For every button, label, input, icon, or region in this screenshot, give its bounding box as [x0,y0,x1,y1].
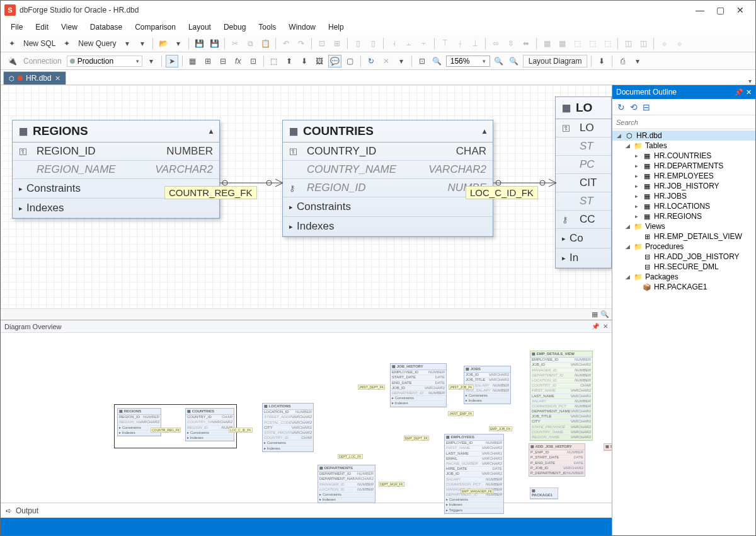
pin-icon[interactable]: 📌 [735,88,743,96]
open-icon[interactable]: 📂 [157,37,169,50]
column-row[interactable]: ⚿REGION_IDNUMBER [13,143,219,161]
dropdown-icon[interactable]: ▾ [121,37,134,50]
proc-icon[interactable]: ⊡ [247,55,260,67]
fit-icon[interactable]: ⊡ [416,55,428,67]
new-sql-button[interactable]: New SQL [21,37,58,50]
tree-views[interactable]: ◢📁Views [612,221,755,231]
tree-table-item[interactable]: ▸▦HR.LOCATIONS [612,201,755,211]
dropdown-icon[interactable]: ▾ [172,37,185,50]
image-icon[interactable]: 🖼 [313,55,326,67]
mini-countries[interactable]: ▦ COUNTRIESCOUNTRY_IDCHARCOUNTRY_NAMEVAR… [185,408,234,441]
save-icon[interactable]: 💾 [193,37,205,50]
tree-table-item[interactable]: ▸▦HR.EMPLOYEES [612,171,755,181]
tree-proc-item[interactable]: ⊟HR.SECURE_DML [612,262,755,272]
align-middle-icon[interactable]: ⟊ [454,37,466,50]
tree-table-item[interactable]: ▸▦HR.JOBS [612,191,755,201]
diagram-canvas[interactable]: ▦ REGIONS ▴ ⚿REGION_IDNUMBERREGION_NAMEV… [1,85,612,320]
indexes-section[interactable]: ▸Indexes [13,199,219,218]
menu-help[interactable]: Help [323,21,349,33]
pointer-icon[interactable]: ➤ [166,55,178,67]
tree-procedures[interactable]: ◢📁Procedures [612,242,755,252]
new-query-button[interactable]: New Query [76,37,118,50]
minimize-button[interactable]: — [694,5,706,15]
ungroup-icon[interactable]: ◫ [637,37,650,50]
refresh-icon[interactable]: ↻ [365,55,377,67]
menu-tools[interactable]: Tools [253,21,281,33]
link-icon[interactable]: ⟐ [658,37,670,50]
fx-icon[interactable]: fx [232,55,244,67]
mini-secure[interactable]: ▦ SECURE_DML [604,443,612,451]
collapse-icon[interactable]: ▴ [209,127,213,136]
close-icon[interactable]: ✕ [746,88,752,96]
spacing-icon[interactable]: ⬚ [586,37,598,50]
zoom-combo[interactable]: 156% ▾ [446,55,490,67]
align-center-icon[interactable]: ⫠ [403,37,415,50]
mini-add_job[interactable]: ▦ ADD_JOB_HISTORYP_EMP_IDNUMBERP_START_D… [529,443,585,477]
new-sql-icon[interactable]: ✦ [6,37,18,50]
menu-debug[interactable]: Debug [219,21,251,33]
zoom-in-icon[interactable]: 🔍 [493,55,505,67]
tab-close-icon[interactable]: ✕ [55,74,60,83]
fk-label-loc-c-id[interactable]: LOC_C_ID_FK [466,186,538,199]
mini-departments[interactable]: ▦ DEPARTMENTSDEPARTMENT_IDNUMBERDEPARTME… [318,465,375,503]
menu-window[interactable]: Window [284,21,321,33]
column-row[interactable]: COUNTRY_NAMEVARCHAR2 [283,161,493,179]
mini-emp_details[interactable]: ▦ EMP_DETAILS_VIEWEMPLOYEE_IDNUMBERJOB_I… [530,351,593,441]
column-row[interactable]: ⚷REGION_IDNUMBE [283,179,493,197]
tree-root[interactable]: ◢⬡HR.dbd [612,131,755,141]
grid-icon[interactable]: ▦ [556,37,568,50]
snap-icon[interactable]: ▦ [541,37,553,50]
bring-front-icon[interactable]: ▯ [367,37,379,50]
tool-icon[interactable]: ⊞ [331,37,343,50]
zoom-tool-icon[interactable]: 🔍 [600,310,609,318]
tree-packages[interactable]: ◢📁Packages [612,272,755,282]
outline-search-input[interactable] [612,117,755,127]
find-icon[interactable]: ⊡ [316,37,328,50]
menu-layout[interactable]: Layout [183,21,216,33]
unlink-icon[interactable]: ⟐ [673,37,685,50]
paste-icon[interactable]: 📋 [259,37,272,50]
layout-diagram-button[interactable]: Layout Diagram [523,55,588,67]
refresh-icon[interactable]: ↻ [617,102,625,112]
menu-file[interactable]: File [6,21,28,33]
menu-database[interactable]: Database [85,21,127,33]
entity-locations[interactable]: ▦LO ⚿LO ST PC CIT ST ⚷CC ▸Co ▸In [555,96,612,269]
note-icon[interactable]: 💬 [328,55,341,67]
undo-icon[interactable]: ↶ [280,37,292,50]
distribute-h-icon[interactable]: ⬄ [490,37,502,50]
menu-edit[interactable]: Edit [30,21,54,33]
table-icon[interactable]: ⊞ [202,55,214,67]
dropdown-icon[interactable]: ▾ [631,55,644,67]
close-icon[interactable]: ✕ [603,323,608,330]
tree-tables[interactable]: ◢📁Tables [612,141,755,151]
mini-locations[interactable]: ▦ LOCATIONSLOCATION_IDNUMBERSTREET_ADDRE… [262,403,314,452]
tree-table-item[interactable]: ▸▦HR.JOB_HISTORY [612,181,755,191]
distribute-v-icon[interactable]: ⇳ [505,37,517,50]
mini-package[interactable]: ▦ PACKAGE1 [530,487,558,499]
indexes-section[interactable]: ▸Indexes [283,217,493,236]
grid-icon[interactable]: ▦ [186,55,199,67]
redo-icon[interactable]: ↷ [295,37,307,50]
column-row[interactable]: ⚿COUNTRY_IDCHAR [283,143,493,161]
tree-proc-item[interactable]: ⊟HR.ADD_JOB_HISTORY [612,252,755,262]
align-right-icon[interactable]: ⫟ [418,37,430,50]
tree-view-item[interactable]: ⊞HR.EMP_DETAILS_VIEW [612,231,755,242]
new-query-icon[interactable]: ✦ [60,37,73,50]
sync-icon[interactable]: ⟲ [630,102,638,112]
tree-pkg-item[interactable]: 📦HR.PACKAGE1 [612,282,755,292]
print-icon[interactable]: ⎙ [616,55,629,67]
menu-comparison[interactable]: Comparison [130,21,181,33]
view-icon[interactable]: ⊟ [217,55,229,67]
tree-table-item[interactable]: ▸▦HR.DEPARTMENTS [612,161,755,171]
column-row[interactable]: REGION_NAMEVARCHAR2 [13,161,219,179]
zoom-out-icon[interactable]: 🔍 [508,55,520,67]
connection-icon[interactable]: 🔌 [6,55,18,67]
pin-icon[interactable]: 📌 [592,323,599,330]
maximize-button[interactable]: ▢ [714,5,726,15]
output-bar[interactable]: ➪ Output [1,503,612,518]
entity-regions[interactable]: ▦ REGIONS ▴ ⚿REGION_IDNUMBERREGION_NAMEV… [12,120,220,219]
cancel-icon[interactable]: ✕ [380,55,392,67]
spacing-icon[interactable]: ⬚ [571,37,583,50]
same-width-icon[interactable]: ⬌ [520,37,532,50]
fk-label-countr-reg[interactable]: COUNTR_REG_FK [164,186,257,199]
